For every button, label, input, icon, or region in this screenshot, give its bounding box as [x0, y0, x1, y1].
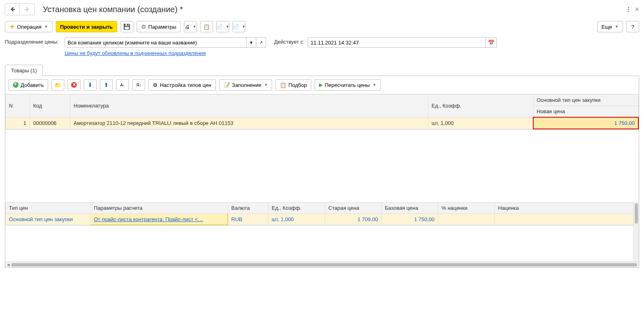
operation-button[interactable]: Операция ▼: [5, 21, 53, 32]
cell-code: 00000006: [30, 117, 70, 129]
recalc-button[interactable]: ▶ Пересчитать цены ▼: [315, 79, 381, 91]
price-types-label: Настройка типов цен: [160, 82, 211, 88]
close-button[interactable]: ×: [635, 5, 639, 14]
col2-params[interactable]: Параметры расчета: [91, 203, 228, 214]
dept-warning-link[interactable]: Цены не будут обновлены в подчиненных по…: [65, 50, 206, 56]
vertical-scrollbar[interactable]: [633, 202, 639, 262]
cell2-oldprice: 1 709,00: [325, 214, 382, 225]
params-label: Параметры: [148, 24, 176, 30]
export-button[interactable]: 📄 ▼: [216, 21, 229, 32]
import-icon: 📄: [232, 24, 239, 30]
col-code[interactable]: Код: [30, 95, 70, 118]
plus-icon: [13, 82, 19, 88]
add-label: Добавить: [21, 82, 44, 88]
grid-empty-area: [5, 129, 639, 202]
fill-button[interactable]: 📝 Заполнение ▼: [219, 79, 272, 91]
nav-forward-button[interactable]: [20, 4, 34, 15]
post-close-button[interactable]: Провести и закрыть: [56, 21, 117, 32]
dept-open-button[interactable]: ↗: [256, 37, 266, 48]
arrow-down-icon: ⬇: [88, 82, 93, 88]
calc-table-row[interactable]: Основной тип цен закупки От прайс-листа …: [6, 214, 639, 225]
dropdown-arrow-icon: ▼: [264, 83, 268, 87]
cell2-baseprice: 1 750,00: [382, 214, 438, 225]
cell-unit: шт, 1,000: [428, 117, 533, 129]
more-label: Еще: [602, 24, 612, 30]
scroll-left-icon: ◀: [7, 263, 10, 267]
col2-type[interactable]: Тип цен: [6, 203, 91, 214]
col2-baseprice[interactable]: Базовая цена: [382, 203, 438, 214]
delete-button[interactable]: [68, 79, 80, 91]
calendar-button[interactable]: 📅: [486, 37, 497, 48]
col2-markup-pct[interactable]: % наценки: [438, 203, 495, 214]
tab-products[interactable]: Товары (1): [5, 65, 43, 76]
sort-asc-icon: А↓: [120, 83, 125, 87]
price-types-button[interactable]: ⚙ Настройка типов цен: [148, 79, 215, 91]
scrollbar-thumb[interactable]: [635, 203, 638, 224]
table-row[interactable]: 1 00000006 Амортизатор 2110-12 передний …: [6, 117, 639, 129]
print-button[interactable]: 🖨 ▼: [184, 21, 197, 32]
dept-label: Подразделение цены:: [5, 37, 61, 45]
copy-icon: 📋: [203, 24, 210, 30]
col2-currency[interactable]: Валюта: [228, 203, 268, 214]
params-button[interactable]: ⚙ Параметры: [137, 21, 181, 32]
folder-plus-icon: 📁: [55, 82, 61, 88]
gear-icon: ⚙: [141, 23, 146, 30]
dropdown-arrow-icon: ▼: [615, 25, 619, 29]
arrow-left-icon: [10, 6, 15, 12]
col-newprice[interactable]: Новая цена: [533, 106, 638, 118]
pick-button[interactable]: 📋 Подбор: [275, 79, 311, 91]
kebab-menu-icon[interactable]: [628, 7, 629, 12]
move-up-button[interactable]: ⬆: [100, 79, 113, 91]
pick-label: Подбор: [288, 82, 307, 88]
col2-oldprice[interactable]: Старая цена: [325, 203, 382, 214]
play-icon: ▶: [319, 82, 323, 88]
col-unit[interactable]: Ед., Коэфф.: [428, 95, 533, 118]
sort-desc-button[interactable]: Я↓: [132, 79, 145, 91]
dropdown-arrow-icon: ▼: [242, 25, 245, 29]
date-input[interactable]: [308, 37, 486, 48]
printer-icon: 🖨: [185, 24, 190, 30]
add-button[interactable]: Добавить: [8, 79, 48, 91]
svg-rect-3: [12, 25, 13, 29]
fill-icon: 📝: [224, 82, 230, 88]
cell2-params-link: От прайс-листа контрагента: Прайс-лист <…: [94, 216, 203, 222]
calc-empty-area: [5, 225, 639, 262]
cell2-currency: RUB: [228, 214, 268, 225]
cell-newprice[interactable]: 1 750,00: [533, 117, 638, 129]
pick-icon: 📋: [280, 82, 286, 88]
add-folder-button[interactable]: 📁: [51, 79, 64, 91]
col2-unit[interactable]: Ед., Коэфф.: [268, 203, 325, 214]
arrow-up-icon: ⬆: [104, 82, 109, 88]
more-button[interactable]: Еще ▼: [597, 21, 623, 32]
products-table: N Код Номенклатура Ед., Коэфф. Основной …: [5, 94, 639, 129]
import-button[interactable]: 📄 ▼: [232, 21, 245, 32]
move-down-button[interactable]: ⬇: [84, 79, 97, 91]
col-n[interactable]: N: [6, 95, 30, 118]
cell2-params[interactable]: От прайс-листа контрагента: Прайс-лист <…: [91, 214, 228, 225]
save-button[interactable]: 💾: [120, 21, 133, 32]
cell2-markup: [495, 214, 639, 225]
cell2-markup-pct: [438, 214, 495, 225]
open-icon: ↗: [259, 40, 263, 45]
col-pricetype[interactable]: Основной тип цен закупки: [533, 95, 638, 106]
help-label: ?: [631, 24, 634, 30]
cell-n: 1: [6, 117, 30, 129]
cell2-type: Основной тип цен закупки: [6, 214, 91, 225]
arrow-right-icon: [24, 6, 30, 12]
copy-button[interactable]: 📋: [200, 21, 213, 32]
dept-input[interactable]: [65, 37, 247, 48]
col-nomen[interactable]: Номенклатура: [70, 95, 429, 118]
nav-back-button[interactable]: [5, 4, 20, 15]
dropdown-arrow-icon: ▼: [373, 83, 376, 87]
dept-dropdown-button[interactable]: ▼: [247, 37, 256, 48]
recalc-label: Пересчитать цены: [325, 82, 370, 88]
horizontal-scrollbar[interactable]: ◀: [5, 262, 639, 267]
fill-label: Заполнение: [232, 82, 262, 88]
help-button[interactable]: ?: [626, 21, 639, 32]
settings-icon: ⚙: [153, 82, 158, 88]
sort-asc-button[interactable]: А↓: [116, 79, 129, 91]
col2-markup[interactable]: Наценка: [495, 203, 639, 214]
delete-icon: [71, 82, 77, 88]
cell2-unit: шт, 1,000: [268, 214, 325, 225]
scrollbar-thumb[interactable]: [11, 263, 637, 266]
